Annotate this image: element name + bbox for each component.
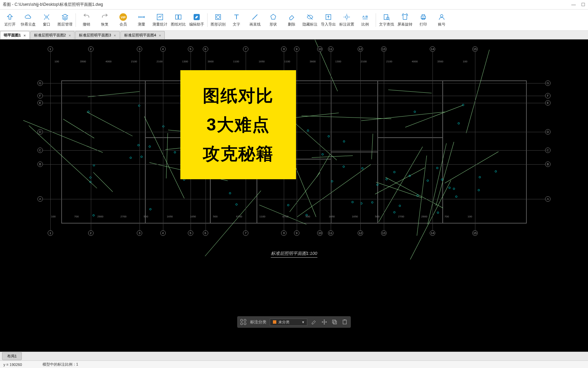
edit-annotation-icon[interactable]	[311, 319, 317, 325]
status-bar: y = 190260 模型中的标注比例：1	[0, 361, 588, 368]
window-icon	[43, 13, 51, 21]
toolbar-stats-button[interactable]: 测量统计	[151, 10, 169, 30]
close-icon[interactable]: ×	[69, 33, 71, 37]
dimension-text: 1100	[233, 60, 239, 63]
toolbar-find-button[interactable]: 文字查找	[377, 10, 396, 30]
toolbar-vip-button[interactable]: VIP会员	[114, 10, 132, 30]
find-icon	[382, 13, 391, 21]
grid-bubble-bottom: 7	[243, 230, 248, 236]
dimension-text: 1650	[190, 215, 196, 218]
grid-bubble-bottom: 12	[358, 230, 363, 236]
grid-bubble-right: B	[545, 162, 551, 167]
svg-rect-21	[241, 323, 243, 325]
document-tab[interactable]: 标准层照明平面图2×	[30, 31, 75, 39]
toolbar-io-button[interactable]: 导入导出	[319, 10, 338, 30]
move-icon[interactable]	[321, 319, 328, 325]
drawing-canvas[interactable]: 标准层照明平面图1:100 11223344556677889910101111…	[0, 40, 588, 352]
light-fixture	[376, 184, 378, 186]
toolbar-open-button[interactable]: 近打开	[1, 10, 19, 30]
toolbar-compare-button[interactable]: 图纸对比	[169, 10, 187, 30]
toolbar-label: 画直线	[249, 22, 261, 27]
grid-bubble-bottom: 11	[328, 230, 333, 236]
close-icon[interactable]: ×	[23, 33, 26, 37]
paste-icon[interactable]	[341, 319, 348, 325]
toolbar-ratio-button[interactable]: A:B比例	[356, 10, 374, 30]
toolbar-annot-button[interactable]: 标注设置	[338, 10, 356, 30]
toolbar-label: 图形识别	[211, 22, 226, 27]
toolbar-user-button[interactable]: 账号	[432, 10, 451, 30]
close-icon[interactable]: ×	[159, 33, 161, 37]
dimension-text: 2800	[421, 215, 427, 218]
toolbar-rotate-button[interactable]: 屏幕旋转	[396, 10, 414, 30]
grid-bubble-bottom: 13	[381, 230, 387, 236]
toolbar-measure-button[interactable]: 测量	[132, 10, 151, 30]
grid-bubble-top: 10	[317, 46, 323, 52]
close-icon[interactable]: ×	[114, 33, 116, 37]
toolbar-poly-button[interactable]: 形状	[264, 10, 282, 30]
toolbar-line-button[interactable]: 画直线	[246, 10, 264, 30]
dimension-text: 1650	[259, 60, 265, 63]
toolbar-print-button[interactable]: 打印	[414, 10, 432, 30]
grid-bubble-left: G	[37, 80, 43, 86]
document-tab[interactable]: 明平面图1×	[0, 31, 30, 39]
toolbar-shape-button[interactable]: 图形识别	[209, 10, 227, 30]
light-fixture	[458, 122, 460, 124]
minimize-button[interactable]: —	[571, 2, 576, 7]
toolbar-window-button[interactable]: 窗口	[37, 10, 56, 30]
svg-rect-19	[241, 319, 243, 321]
toolbar-label: 编辑助手	[189, 22, 204, 27]
layout-tab-1[interactable]: 布局1	[2, 352, 22, 360]
grid-bubble-top: 13	[381, 46, 387, 52]
overlay-line-2: 3大难点	[207, 113, 270, 136]
toolbar-erase-button[interactable]: 删除	[282, 10, 301, 30]
toolbar-cloud-button[interactable]: 快看云盘	[19, 10, 37, 30]
toolbar-layers-button[interactable]: 图层管理	[56, 10, 74, 30]
dimension-text: 1650	[352, 215, 358, 218]
document-tab[interactable]: 标准层照明平面图3×	[75, 31, 120, 39]
grid-bubble-bottom: 5	[188, 230, 193, 236]
document-tab[interactable]: 标准层照明平面图4×	[120, 31, 165, 39]
tab-label: 标准层照明平面图4	[124, 33, 156, 38]
toolbar-redo-button[interactable]: 恢复	[96, 10, 114, 30]
tab-label: 标准层照明平面图2	[34, 33, 66, 38]
toolbar-text-button[interactable]: 文字	[227, 10, 246, 30]
svg-point-0	[46, 16, 48, 18]
dimension-text: 500	[306, 215, 310, 218]
grid-bubble-right: E	[545, 100, 551, 106]
category-color-swatch	[273, 320, 276, 324]
dimension-text: 700	[74, 215, 79, 218]
tab-label: 明平面图1	[4, 33, 21, 38]
toolbar-label: 快看云盘	[21, 22, 36, 27]
window-title: 看图 - C:\Users\shijj-b\Desktop\标准层照明平面图1.…	[3, 2, 103, 7]
annotation-toolbar: 标注分类 未分类 ▾	[237, 316, 351, 328]
document-tabs: 明平面图1×标准层照明平面图2×标准层照明平面图3×标准层照明平面图4×	[0, 31, 588, 40]
dimension-text: 3500	[437, 60, 443, 63]
grid-view-icon[interactable]	[240, 319, 247, 325]
grid-bubble-top: 4	[160, 46, 166, 52]
toolbar-hide-button[interactable]: 隐藏标注	[301, 10, 319, 30]
light-fixture	[343, 140, 345, 142]
light-fixture	[453, 188, 455, 190]
light-fixture	[495, 170, 497, 172]
dimension-text: 3500	[80, 60, 86, 63]
dimension-text: 2100	[361, 60, 367, 63]
dimension-text: 2100	[386, 60, 392, 63]
scale-readout: 模型中的标注比例：1	[43, 362, 78, 367]
maximize-button[interactable]: ☐	[581, 2, 585, 7]
copy-icon[interactable]	[331, 319, 338, 325]
grid-bubble-right: G	[545, 80, 551, 86]
svg-text:A:B: A:B	[362, 15, 368, 18]
stats-icon	[156, 13, 164, 21]
grid-bubble-left: D	[37, 129, 43, 135]
grid-bubble-left: F	[37, 93, 43, 98]
grid-bubble-top: 9	[294, 46, 299, 52]
light-fixture	[141, 156, 143, 158]
chevron-down-icon: ▾	[302, 320, 304, 324]
grid-bubble-right: A	[545, 196, 551, 202]
toolbar-label: 图层管理	[58, 22, 72, 27]
toolbar-undo-button[interactable]: 撤销	[77, 10, 96, 30]
hide-icon	[306, 13, 314, 21]
toolbar-edit-button[interactable]: 编辑助手	[187, 10, 206, 30]
line-icon	[251, 13, 259, 21]
annotation-category-dropdown[interactable]: 未分类 ▾	[270, 319, 307, 326]
